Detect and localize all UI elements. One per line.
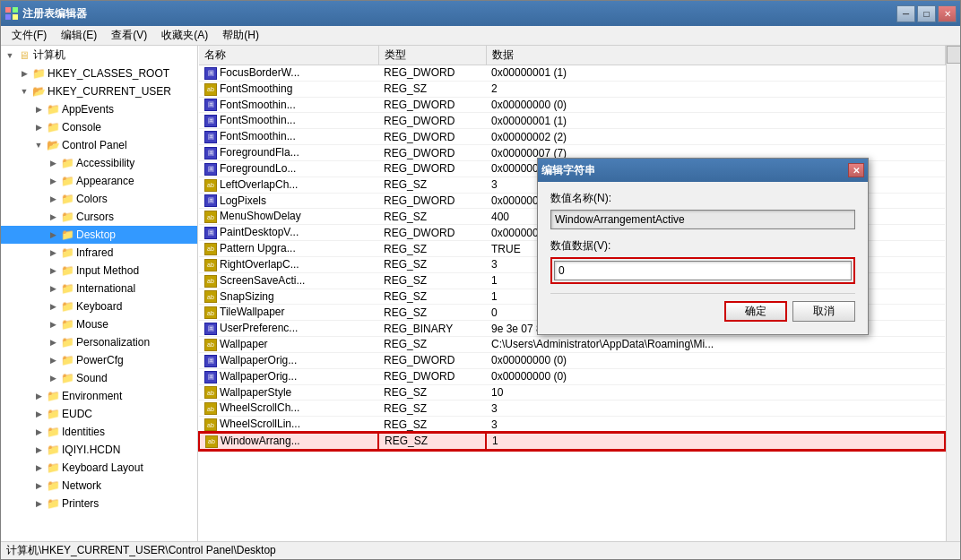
- table-row[interactable]: 圖WallpaperOrig... REG_DWORD 0x00000000 (…: [199, 352, 945, 368]
- tree-root[interactable]: ▼ 🖥 计算机: [1, 46, 197, 65]
- powercfg-expand-icon[interactable]: ▶: [46, 353, 60, 367]
- tree-item-environment[interactable]: ▶ 📁 Environment: [1, 387, 197, 405]
- tree-item-identities[interactable]: ▶ 📁 Identities: [1, 423, 197, 441]
- col-header-name[interactable]: 名称: [199, 46, 378, 65]
- cell-name: abWheelScrollCh...: [199, 401, 378, 417]
- controlpanel-expand-icon[interactable]: ▼: [31, 138, 46, 152]
- tree-item-iqiyi[interactable]: ▶ 📁 IQIYI.HCDN: [1, 441, 197, 459]
- tree-label-colors: Colors: [76, 193, 108, 205]
- tree-item-accessibility[interactable]: ▶ 📁 Accessibility: [1, 154, 197, 172]
- tree-item-sound[interactable]: ▶ 📁 Sound: [1, 369, 197, 387]
- dialog-ok-button[interactable]: 确定: [724, 301, 787, 322]
- edit-string-dialog[interactable]: 编辑字符串 ✕ 数值名称(N): 数值数据(V): 确定 取消: [537, 158, 869, 335]
- dialog-name-input[interactable]: [550, 210, 855, 229]
- menu-help[interactable]: 帮助(H): [215, 26, 266, 45]
- close-button[interactable]: ✕: [938, 5, 957, 22]
- personalization-expand-icon[interactable]: ▶: [46, 335, 60, 349]
- sound-expand-icon[interactable]: ▶: [46, 371, 60, 385]
- cursors-expand-icon[interactable]: ▶: [46, 210, 60, 224]
- cell-type: REG_SZ: [378, 305, 486, 321]
- table-row[interactable]: 圖FocusBorderW... REG_DWORD 0x00000001 (1…: [199, 65, 945, 82]
- dialog-cancel-button[interactable]: 取消: [792, 301, 855, 322]
- menu-view[interactable]: 查看(V): [104, 26, 154, 45]
- appevents-expand-icon[interactable]: ▶: [31, 102, 46, 116]
- table-row[interactable]: abWheelScrollLin... REG_SZ 3: [199, 417, 945, 433]
- tree-item-controlpanel[interactable]: ▼ 📂 Control Panel: [1, 136, 197, 154]
- network-expand-icon[interactable]: ▶: [31, 478, 46, 493]
- restore-button[interactable]: □: [917, 5, 936, 22]
- accessibility-expand-icon[interactable]: ▶: [46, 156, 60, 170]
- table-row[interactable]: abWindowArrang... REG_SZ 1: [199, 433, 945, 450]
- root-expand-icon[interactable]: ▼: [3, 48, 17, 63]
- cell-name: abLeftOverlapCh...: [199, 177, 378, 193]
- right-scrollbar[interactable]: [946, 46, 960, 541]
- dialog-data-input[interactable]: [554, 261, 852, 280]
- inputmethod-expand-icon[interactable]: ▶: [46, 263, 60, 278]
- environment-expand-icon[interactable]: ▶: [31, 389, 46, 403]
- hkcr-expand-icon[interactable]: ▶: [17, 66, 31, 81]
- col-header-data[interactable]: 数据: [486, 46, 945, 65]
- iqiyi-expand-icon[interactable]: ▶: [31, 443, 46, 457]
- tree-item-colors[interactable]: ▶ 📁 Colors: [1, 190, 197, 208]
- table-row[interactable]: 圖WallpaperOrig... REG_DWORD 0x00000000 (…: [199, 368, 945, 384]
- tree-item-desktop[interactable]: ▶ 📁 Desktop: [1, 226, 197, 244]
- tree-item-keyboardlayout[interactable]: ▶ 📁 Keyboard Layout: [1, 459, 197, 477]
- printers-folder-icon: 📁: [46, 496, 60, 511]
- table-row[interactable]: abWallpaper REG_SZ C:\Users\Administrato…: [199, 337, 945, 353]
- tree-item-appevents[interactable]: ▶ 📁 AppEvents: [1, 100, 197, 118]
- keyboardlayout-expand-icon[interactable]: ▶: [31, 461, 46, 475]
- cell-type: REG_SZ: [378, 433, 486, 450]
- infrared-expand-icon[interactable]: ▶: [46, 246, 60, 260]
- col-header-type[interactable]: 类型: [378, 46, 486, 65]
- reg-sz-icon: ab: [204, 243, 217, 255]
- tree-item-appearance[interactable]: ▶ 📁 Appearance: [1, 172, 197, 190]
- table-row[interactable]: 圖FontSmoothin... REG_DWORD 0x00000000 (0…: [199, 97, 945, 113]
- tree-label-hkcu: HKEY_CURRENT_USER: [48, 85, 171, 98]
- printers-expand-icon[interactable]: ▶: [31, 496, 46, 511]
- reg-sz-icon: ab: [205, 435, 218, 448]
- hkcu-expand-icon[interactable]: ▼: [17, 84, 31, 99]
- international-expand-icon[interactable]: ▶: [46, 281, 60, 296]
- reg-sz-icon: ab: [204, 83, 217, 96]
- menu-edit[interactable]: 编辑(E): [54, 26, 104, 45]
- console-expand-icon[interactable]: ▶: [31, 120, 46, 134]
- cell-name: abWallpaper: [199, 337, 378, 353]
- tree-item-keyboard[interactable]: ▶ 📁 Keyboard: [1, 297, 197, 315]
- tree-item-inputmethod[interactable]: ▶ 📁 Input Method: [1, 262, 197, 280]
- appearance-expand-icon[interactable]: ▶: [46, 174, 60, 188]
- reg-dword-icon: 圖: [204, 147, 217, 159]
- tree-item-personalization[interactable]: ▶ 📁 Personalization: [1, 333, 197, 351]
- tree-item-international[interactable]: ▶ 📁 International: [1, 280, 197, 297]
- menu-file[interactable]: 文件(F): [4, 26, 54, 45]
- table-row[interactable]: 圖FontSmoothin... REG_DWORD 0x00000001 (1…: [199, 113, 945, 129]
- mouse-expand-icon[interactable]: ▶: [46, 317, 60, 332]
- tree-item-infrared[interactable]: ▶ 📁 Infrared: [1, 244, 197, 262]
- tree-item-mouse[interactable]: ▶ 📁 Mouse: [1, 315, 197, 333]
- keyboard-expand-icon[interactable]: ▶: [46, 299, 60, 314]
- reg-dword-icon: 圖: [204, 131, 217, 143]
- tree-item-printers[interactable]: ▶ 📁 Printers: [1, 495, 197, 513]
- minimize-button[interactable]: ─: [896, 5, 915, 22]
- tree-item-network[interactable]: ▶ 📁 Network: [1, 477, 197, 495]
- table-row[interactable]: 圖FontSmoothin... REG_DWORD 0x00000002 (2…: [199, 129, 945, 145]
- tree-item-powercfg[interactable]: ▶ 📁 PowerCfg: [1, 351, 197, 369]
- cell-type: REG_DWORD: [378, 129, 486, 145]
- table-row[interactable]: abFontSmoothing REG_SZ 2: [199, 81, 945, 97]
- menu-favorites[interactable]: 收藏夹(A): [154, 26, 215, 45]
- dialog-close-button[interactable]: ✕: [848, 163, 864, 177]
- tree-item-console[interactable]: ▶ 📁 Console: [1, 118, 197, 136]
- cell-name: 圖WallpaperOrig...: [199, 352, 378, 368]
- tree-item-hkcu[interactable]: ▼ 📂 HKEY_CURRENT_USER: [1, 82, 197, 100]
- reg-sz-icon: ab: [204, 402, 217, 415]
- tree-item-cursors[interactable]: ▶ 📁 Cursors: [1, 208, 197, 226]
- desktop-expand-icon[interactable]: ▶: [46, 228, 60, 242]
- tree-item-hkcr[interactable]: ▶ 📁 HKEY_CLASSES_ROOT: [1, 65, 197, 82]
- identities-expand-icon[interactable]: ▶: [31, 425, 46, 439]
- table-row[interactable]: abWallpaperStyle REG_SZ 10: [199, 384, 945, 401]
- table-row[interactable]: abWheelScrollCh... REG_SZ 3: [199, 401, 945, 417]
- colors-expand-icon[interactable]: ▶: [46, 192, 60, 206]
- eudc-expand-icon[interactable]: ▶: [31, 407, 46, 421]
- tree-item-eudc[interactable]: ▶ 📁 EUDC: [1, 405, 197, 423]
- cell-data: 3: [486, 401, 945, 417]
- iqiyi-folder-icon: 📁: [46, 443, 60, 457]
